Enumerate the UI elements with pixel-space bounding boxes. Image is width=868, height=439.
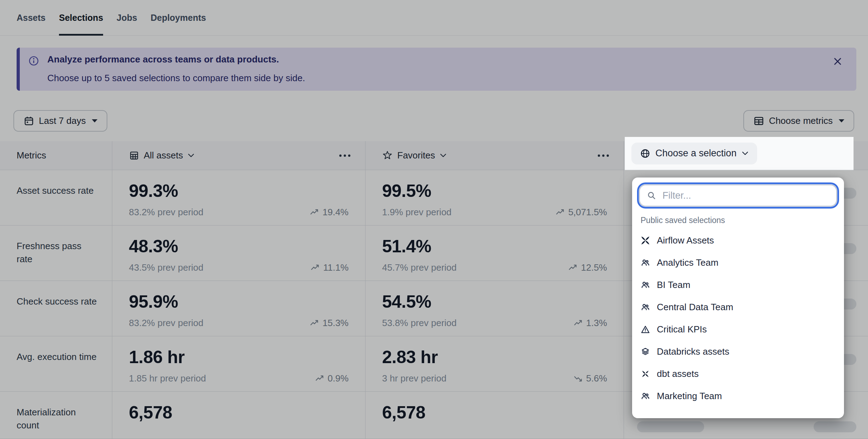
selection-item-label: Marketing Team bbox=[657, 391, 722, 402]
selection-item-analytics-team[interactable]: Analytics Team bbox=[632, 252, 844, 274]
selection-item-central-data-team[interactable]: Central Data Team bbox=[632, 296, 844, 318]
airflow-icon bbox=[641, 236, 650, 245]
selection-item-bi-team[interactable]: BI Team bbox=[632, 274, 844, 296]
people-icon bbox=[641, 391, 650, 401]
people-icon bbox=[641, 280, 650, 290]
section-label: Public saved selections bbox=[641, 216, 836, 225]
selection-item-critical-kpis[interactable]: Critical KPIs bbox=[632, 318, 844, 341]
dbt-icon bbox=[641, 369, 650, 379]
selection-item-label: Databricks assets bbox=[657, 346, 729, 357]
search-icon bbox=[647, 191, 656, 200]
chevron-down-icon bbox=[742, 151, 749, 156]
choose-selection-button[interactable]: Choose a selection bbox=[631, 143, 757, 164]
selection-item-marketing-team[interactable]: Marketing Team bbox=[632, 385, 844, 407]
choose-selection-label: Choose a selection bbox=[655, 148, 737, 159]
selection-item-label: Analytics Team bbox=[657, 257, 718, 268]
filter-input[interactable] bbox=[662, 190, 829, 202]
selection-item-label: Central Data Team bbox=[657, 302, 733, 313]
new-selection-column-header: Choose a selection bbox=[625, 137, 854, 170]
selection-item-label: BI Team bbox=[657, 279, 690, 290]
filter-field[interactable] bbox=[639, 185, 837, 206]
globe-icon bbox=[640, 148, 650, 159]
selection-item-databricks-assets[interactable]: Databricks assets bbox=[632, 341, 844, 363]
people-icon bbox=[641, 302, 650, 312]
layers-icon bbox=[641, 347, 650, 356]
warning-icon bbox=[641, 325, 650, 334]
selection-item-label: Airflow Assets bbox=[657, 235, 714, 246]
selection-list: Airflow Assets Analytics Team bbox=[632, 229, 844, 407]
insights-page: Assets Selections Jobs Deployments Analy… bbox=[0, 0, 868, 439]
selection-item-airflow-assets[interactable]: Airflow Assets bbox=[632, 229, 844, 252]
selection-dropdown: Public saved selections Airflow Assets bbox=[632, 178, 844, 418]
selection-item-label: dbt assets bbox=[657, 368, 699, 379]
people-icon bbox=[641, 258, 650, 267]
selection-item-label: Critical KPIs bbox=[657, 324, 707, 335]
selection-item-dbt-assets[interactable]: dbt assets bbox=[632, 363, 844, 385]
